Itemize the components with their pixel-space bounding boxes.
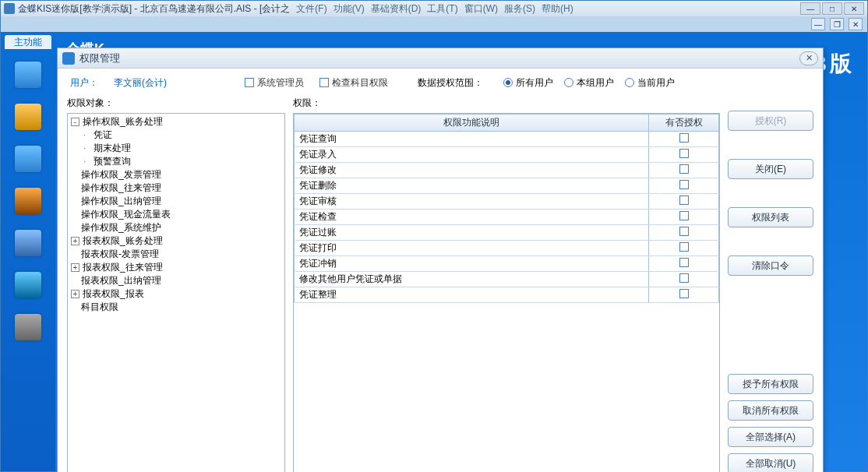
- table-row[interactable]: 凭证查询: [295, 132, 719, 147]
- perm-check-cell[interactable]: [649, 287, 719, 303]
- tree-section-label: 权限对象：: [67, 97, 285, 110]
- table-row[interactable]: 凭证录入: [295, 147, 719, 163]
- menu-window[interactable]: 窗口(W): [464, 2, 498, 16]
- table-row[interactable]: 凭证删除: [295, 178, 719, 194]
- rail-bag-icon[interactable]: [15, 188, 41, 214]
- perm-check-cell[interactable]: [649, 210, 719, 225]
- perm-check-cell[interactable]: [649, 147, 719, 163]
- tree-node[interactable]: 报表权限-发票管理: [71, 248, 281, 261]
- table-row[interactable]: 凭证检查: [295, 210, 719, 225]
- perm-check-cell[interactable]: [649, 163, 719, 178]
- perm-check-cell[interactable]: [649, 132, 719, 147]
- perm-desc-cell: 凭证检查: [295, 210, 649, 225]
- menu-file[interactable]: 文件(F): [296, 2, 326, 16]
- dialog-close-button[interactable]: ✕: [799, 51, 818, 65]
- perm-list-button[interactable]: 权限列表: [728, 207, 813, 227]
- tree-node-label: 报表权限_往来管理: [83, 262, 163, 273]
- perm-desc-cell: 凭证删除: [295, 178, 649, 194]
- scope-all-users-radio[interactable]: 所有用户: [503, 76, 553, 90]
- dialog-title: 权限管理: [79, 51, 120, 65]
- checkbox-icon: [679, 195, 689, 205]
- rail-book-icon[interactable]: [15, 104, 41, 130]
- menu-help[interactable]: 帮助(H): [542, 2, 573, 16]
- expander-icon[interactable]: +: [71, 290, 79, 298]
- tree-node[interactable]: 操作权限_发票管理: [71, 168, 281, 181]
- window-close-button[interactable]: ✕: [844, 2, 864, 15]
- table-row[interactable]: 凭证冲销: [295, 256, 719, 272]
- child-restore-button[interactable]: ❐: [830, 18, 844, 30]
- tree-node[interactable]: +报表权限_账务处理: [71, 234, 281, 248]
- user-label: 用户：: [70, 76, 98, 90]
- tree-node-label: 操作权限_系统维护: [81, 222, 161, 233]
- close-button[interactable]: 关闭(E): [728, 159, 813, 179]
- checkbox-icon: [679, 211, 689, 220]
- window-maximize-button[interactable]: □: [822, 2, 842, 15]
- grant-all-button[interactable]: 授予所有权限: [728, 374, 813, 394]
- rail-monitor-icon[interactable]: [15, 62, 41, 88]
- scope-current-user-radio[interactable]: 当前用户: [625, 76, 675, 90]
- tree-node[interactable]: 报表权限_出纳管理: [71, 274, 281, 287]
- tree-node[interactable]: ·凭证: [71, 129, 281, 142]
- tree-node-label: 操作权限_现金流量表: [81, 209, 171, 220]
- window-minimize-button[interactable]: —: [800, 2, 820, 15]
- child-close-button[interactable]: ✕: [849, 18, 863, 30]
- radio-label: 本组用户: [577, 76, 614, 90]
- perm-col-desc[interactable]: 权限功能说明: [295, 114, 649, 132]
- table-row[interactable]: 修改其他用户凭证或单据: [295, 272, 719, 287]
- menu-basedata[interactable]: 基础资料(D): [371, 2, 422, 16]
- menu-func[interactable]: 功能(V): [333, 2, 365, 16]
- menu-tool[interactable]: 工具(T): [427, 2, 457, 16]
- tree-node[interactable]: ·预警查询: [71, 155, 281, 168]
- rail-tab-main[interactable]: 主功能: [5, 35, 51, 49]
- perm-desc-cell: 修改其他用户凭证或单据: [295, 272, 649, 287]
- permissions-dialog: 权限管理 ✕ 用户： 李文丽(会计) 系统管理员 检查科目权限 数据授权范围：: [57, 48, 824, 472]
- tree-node-label: 预警查询: [94, 156, 131, 167]
- perm-check-cell[interactable]: [649, 178, 719, 194]
- perm-col-granted[interactable]: 有否授权: [649, 114, 719, 132]
- right-button-column: 授权(R) 关闭(E) 权限列表 清除口令 授予所有权限 取消所有权限 全部选择…: [728, 97, 813, 472]
- table-row[interactable]: 凭证审核: [295, 194, 719, 210]
- table-row[interactable]: 凭证修改: [295, 163, 719, 178]
- scope-group-users-radio[interactable]: 本组用户: [564, 76, 614, 90]
- perm-check-cell[interactable]: [649, 241, 719, 256]
- perm-check-cell[interactable]: [649, 256, 719, 272]
- table-row[interactable]: 凭证过账: [295, 225, 719, 241]
- checkbox-icon: [245, 78, 254, 87]
- rail-misc-icon[interactable]: [15, 272, 41, 298]
- expander-icon[interactable]: +: [71, 237, 79, 245]
- perm-check-cell[interactable]: [649, 272, 719, 287]
- tree-node[interactable]: ·期末处理: [71, 142, 281, 155]
- rail-tool-icon[interactable]: [15, 230, 41, 256]
- tree-node[interactable]: -操作权限_账务处理: [71, 115, 281, 129]
- tree-node[interactable]: 操作权限_出纳管理: [71, 195, 281, 208]
- tree-node-label: 操作权限_发票管理: [81, 169, 161, 180]
- expander-icon[interactable]: -: [71, 118, 79, 126]
- table-row[interactable]: 凭证整理: [295, 287, 719, 303]
- tree-node-label: 操作权限_往来管理: [81, 182, 161, 193]
- tree-node[interactable]: 操作权限_现金流量表: [71, 208, 281, 221]
- deselect-all-button[interactable]: 全部取消(U): [728, 453, 813, 472]
- perm-check-cell[interactable]: [649, 225, 719, 241]
- tree-node[interactable]: +报表权限_往来管理: [71, 261, 281, 274]
- perm-check-cell[interactable]: [649, 194, 719, 210]
- tree-node[interactable]: 操作权限_往来管理: [71, 181, 281, 195]
- table-row[interactable]: 凭证打印: [295, 241, 719, 256]
- tree-node[interactable]: 操作权限_系统维护: [71, 221, 281, 234]
- tree-node-label: 期末处理: [94, 143, 131, 153]
- clear-password-button[interactable]: 清除口令: [728, 255, 813, 276]
- expander-icon[interactable]: +: [71, 263, 79, 272]
- scope-label: 数据授权范围：: [418, 76, 483, 90]
- select-all-button[interactable]: 全部选择(A): [728, 427, 813, 447]
- revoke-all-button[interactable]: 取消所有权限: [728, 400, 813, 421]
- subject-checkbox[interactable]: 检查科目权限: [319, 76, 388, 90]
- rail-pc-icon[interactable]: [15, 314, 41, 340]
- grant-button[interactable]: 授权(R): [728, 111, 813, 131]
- permission-object-tree[interactable]: -操作权限_账务处理·凭证·期末处理·预警查询操作权限_发票管理操作权限_往来管…: [67, 113, 285, 472]
- perm-desc-cell: 凭证审核: [295, 194, 649, 210]
- sysadmin-checkbox[interactable]: 系统管理员: [245, 76, 304, 90]
- tree-node[interactable]: 科目权限: [71, 301, 281, 314]
- tree-node[interactable]: +报表权限_报表: [71, 287, 281, 301]
- child-minimize-button[interactable]: —: [811, 18, 825, 30]
- menu-service[interactable]: 服务(S): [504, 2, 535, 16]
- rail-folder-icon[interactable]: [15, 146, 41, 172]
